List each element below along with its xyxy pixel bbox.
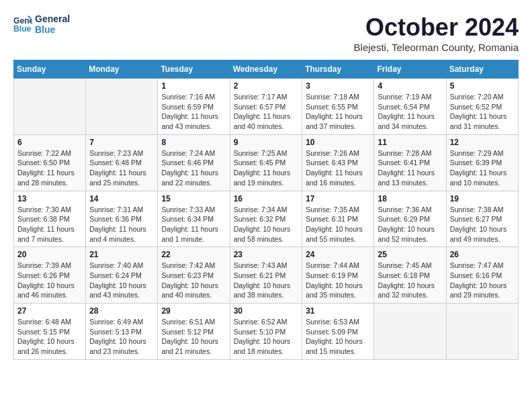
logo-line1: General — [35, 13, 70, 24]
day-number: 13 — [17, 194, 82, 203]
day-number: 30 — [234, 306, 299, 316]
day-info: Sunrise: 7:25 AM Sunset: 6:45 PM Dayligh… — [234, 148, 299, 188]
page-header: General Blue General Blue October 2024 B… — [13, 13, 519, 53]
col-header-wednesday: Wednesday — [230, 60, 302, 79]
calendar-cell: 10Sunrise: 7:26 AM Sunset: 6:43 PM Dayli… — [302, 134, 374, 191]
day-number: 20 — [17, 250, 82, 259]
day-info: Sunrise: 6:51 AM Sunset: 5:12 PM Dayligh… — [161, 317, 226, 357]
day-number: 5 — [450, 81, 515, 91]
day-info: Sunrise: 6:49 AM Sunset: 5:13 PM Dayligh… — [89, 317, 154, 357]
svg-text:Blue: Blue — [13, 24, 32, 34]
week-row-5: 27Sunrise: 6:48 AM Sunset: 5:15 PM Dayli… — [14, 304, 519, 360]
day-info: Sunrise: 7:18 AM Sunset: 6:55 PM Dayligh… — [306, 92, 370, 132]
day-number: 28 — [89, 306, 154, 316]
day-number: 16 — [234, 194, 299, 203]
day-info: Sunrise: 7:45 AM Sunset: 6:18 PM Dayligh… — [378, 261, 442, 300]
day-info: Sunrise: 7:33 AM Sunset: 6:34 PM Dayligh… — [161, 205, 226, 244]
day-info: Sunrise: 6:53 AM Sunset: 5:09 PM Dayligh… — [306, 317, 370, 357]
week-row-1: 1Sunrise: 7:16 AM Sunset: 6:59 PM Daylig… — [14, 79, 519, 135]
calendar-cell: 17Sunrise: 7:35 AM Sunset: 6:31 PM Dayli… — [302, 191, 374, 247]
calendar-cell: 27Sunrise: 6:48 AM Sunset: 5:15 PM Dayli… — [14, 304, 86, 360]
calendar-cell: 14Sunrise: 7:31 AM Sunset: 6:36 PM Dayli… — [86, 191, 158, 247]
calendar-cell: 22Sunrise: 7:42 AM Sunset: 6:23 PM Dayli… — [158, 247, 230, 304]
day-info: Sunrise: 7:17 AM Sunset: 6:57 PM Dayligh… — [234, 92, 299, 132]
day-number: 11 — [378, 138, 442, 147]
day-info: Sunrise: 7:47 AM Sunset: 6:16 PM Dayligh… — [450, 261, 515, 300]
calendar-cell: 2Sunrise: 7:17 AM Sunset: 6:57 PM Daylig… — [230, 79, 302, 135]
calendar-cell: 1Sunrise: 7:16 AM Sunset: 6:59 PM Daylig… — [158, 79, 230, 135]
calendar-cell: 24Sunrise: 7:44 AM Sunset: 6:19 PM Dayli… — [302, 247, 374, 304]
calendar-cell: 21Sunrise: 7:40 AM Sunset: 6:24 PM Dayli… — [86, 247, 158, 304]
day-number: 10 — [306, 138, 370, 147]
logo-line2: Blue — [35, 24, 70, 35]
day-number: 26 — [450, 250, 515, 259]
header-row: SundayMondayTuesdayWednesdayThursdayFrid… — [14, 60, 519, 79]
day-info: Sunrise: 7:39 AM Sunset: 6:26 PM Dayligh… — [17, 261, 82, 300]
col-header-tuesday: Tuesday — [158, 60, 230, 79]
day-info: Sunrise: 7:24 AM Sunset: 6:46 PM Dayligh… — [161, 148, 226, 188]
day-info: Sunrise: 7:44 AM Sunset: 6:19 PM Dayligh… — [306, 261, 370, 300]
calendar-cell: 7Sunrise: 7:23 AM Sunset: 6:48 PM Daylig… — [86, 134, 158, 191]
calendar-cell: 28Sunrise: 6:49 AM Sunset: 5:13 PM Dayli… — [86, 304, 158, 360]
calendar-cell: 15Sunrise: 7:33 AM Sunset: 6:34 PM Dayli… — [158, 191, 230, 247]
calendar-cell: 23Sunrise: 7:43 AM Sunset: 6:21 PM Dayli… — [230, 247, 302, 304]
day-number: 14 — [89, 194, 154, 203]
day-number: 18 — [378, 194, 442, 203]
calendar-cell: 29Sunrise: 6:51 AM Sunset: 5:12 PM Dayli… — [158, 304, 230, 360]
day-number: 17 — [306, 194, 370, 203]
day-number: 1 — [161, 81, 226, 91]
day-number: 6 — [17, 138, 82, 147]
calendar-cell: 11Sunrise: 7:28 AM Sunset: 6:41 PM Dayli… — [374, 134, 446, 191]
day-info: Sunrise: 6:48 AM Sunset: 5:15 PM Dayligh… — [17, 317, 82, 357]
col-header-saturday: Saturday — [446, 60, 518, 79]
day-number: 29 — [161, 306, 226, 316]
day-info: Sunrise: 7:20 AM Sunset: 6:52 PM Dayligh… — [450, 92, 515, 132]
calendar-cell: 25Sunrise: 7:45 AM Sunset: 6:18 PM Dayli… — [374, 247, 446, 304]
title-block: October 2024 Blejesti, Teleorman County,… — [354, 13, 519, 53]
calendar-cell — [86, 79, 158, 135]
calendar-cell: 16Sunrise: 7:34 AM Sunset: 6:32 PM Dayli… — [230, 191, 302, 247]
day-info: Sunrise: 7:35 AM Sunset: 6:31 PM Dayligh… — [306, 205, 370, 244]
calendar-cell: 8Sunrise: 7:24 AM Sunset: 6:46 PM Daylig… — [158, 134, 230, 191]
col-header-sunday: Sunday — [14, 60, 86, 79]
day-info: Sunrise: 7:22 AM Sunset: 6:50 PM Dayligh… — [17, 148, 82, 188]
calendar-cell: 3Sunrise: 7:18 AM Sunset: 6:55 PM Daylig… — [302, 79, 374, 135]
day-info: Sunrise: 7:28 AM Sunset: 6:41 PM Dayligh… — [378, 148, 442, 188]
day-info: Sunrise: 7:36 AM Sunset: 6:29 PM Dayligh… — [378, 205, 442, 244]
day-number: 27 — [17, 306, 82, 316]
day-info: Sunrise: 7:34 AM Sunset: 6:32 PM Dayligh… — [234, 205, 299, 244]
calendar-cell: 19Sunrise: 7:38 AM Sunset: 6:27 PM Dayli… — [446, 191, 518, 247]
week-row-4: 20Sunrise: 7:39 AM Sunset: 6:26 PM Dayli… — [14, 247, 519, 304]
location-subtitle: Blejesti, Teleorman County, Romania — [354, 42, 519, 53]
day-number: 19 — [450, 194, 515, 203]
day-info: Sunrise: 7:29 AM Sunset: 6:39 PM Dayligh… — [450, 148, 515, 188]
day-info: Sunrise: 7:26 AM Sunset: 6:43 PM Dayligh… — [306, 148, 370, 188]
day-number: 3 — [306, 81, 370, 91]
day-number: 15 — [161, 194, 226, 203]
day-number: 9 — [234, 138, 299, 147]
day-number: 23 — [234, 250, 299, 259]
calendar-cell: 5Sunrise: 7:20 AM Sunset: 6:52 PM Daylig… — [446, 79, 518, 135]
day-number: 12 — [450, 138, 515, 147]
logo-icon: General Blue — [13, 15, 32, 34]
calendar-cell: 13Sunrise: 7:30 AM Sunset: 6:38 PM Dayli… — [14, 191, 86, 247]
day-number: 4 — [378, 81, 442, 91]
day-info: Sunrise: 7:19 AM Sunset: 6:54 PM Dayligh… — [378, 92, 442, 132]
col-header-thursday: Thursday — [302, 60, 374, 79]
calendar-cell: 26Sunrise: 7:47 AM Sunset: 6:16 PM Dayli… — [446, 247, 518, 304]
day-number: 25 — [378, 250, 442, 259]
day-number: 7 — [89, 138, 154, 147]
day-number: 22 — [161, 250, 226, 259]
day-info: Sunrise: 6:52 AM Sunset: 5:10 PM Dayligh… — [234, 317, 299, 357]
calendar-table: SundayMondayTuesdayWednesdayThursdayFrid… — [13, 60, 519, 360]
day-info: Sunrise: 7:30 AM Sunset: 6:38 PM Dayligh… — [17, 205, 82, 244]
month-title: October 2024 — [354, 13, 519, 42]
day-number: 8 — [161, 138, 226, 147]
day-info: Sunrise: 7:40 AM Sunset: 6:24 PM Dayligh… — [89, 261, 154, 300]
calendar-cell: 9Sunrise: 7:25 AM Sunset: 6:45 PM Daylig… — [230, 134, 302, 191]
day-number: 24 — [306, 250, 370, 259]
calendar-cell: 4Sunrise: 7:19 AM Sunset: 6:54 PM Daylig… — [374, 79, 446, 135]
calendar-cell: 18Sunrise: 7:36 AM Sunset: 6:29 PM Dayli… — [374, 191, 446, 247]
logo: General Blue General Blue — [13, 13, 70, 35]
calendar-cell: 12Sunrise: 7:29 AM Sunset: 6:39 PM Dayli… — [446, 134, 518, 191]
